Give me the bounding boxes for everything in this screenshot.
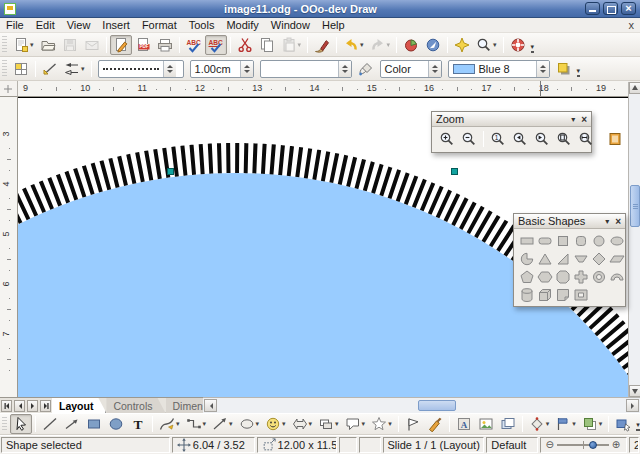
dropdown-arrow-icon[interactable]: ▾	[30, 41, 34, 49]
arrow-button[interactable]	[61, 414, 83, 434]
connector-button[interactable]: ▾	[183, 414, 210, 434]
next-page-button[interactable]	[27, 400, 38, 412]
regular-pentagon-shape-button[interactable]	[518, 268, 536, 286]
selection-handle[interactable]	[451, 168, 458, 175]
basic-shapes-tool-button[interactable]: ▾	[236, 414, 263, 434]
dropdown-arrow-icon[interactable]: ▾	[203, 420, 207, 428]
toolbar-overflow-icon[interactable]: ▾	[636, 421, 640, 431]
object-size-cell[interactable]: 12.00 x 11.50	[257, 437, 338, 453]
cylinder-shape-button[interactable]	[518, 286, 536, 304]
auto-spellcheck-button[interactable]: ABC	[205, 35, 227, 55]
selection-handle[interactable]	[167, 168, 174, 175]
object-zoom-button[interactable]	[604, 129, 626, 149]
palette-close-icon[interactable]: ×	[581, 114, 587, 125]
edit-file-button[interactable]	[110, 35, 132, 55]
help-button[interactable]	[507, 35, 529, 55]
toolbar-grip[interactable]	[2, 36, 7, 52]
entire-page-button[interactable]	[553, 129, 575, 149]
block-arc-shape-button[interactable]	[608, 268, 626, 286]
close-document-button[interactable]: x	[629, 19, 635, 31]
spinner[interactable]	[163, 61, 176, 77]
menu-tools[interactable]: Tools	[183, 19, 221, 31]
tab-layout[interactable]: Layout	[52, 398, 106, 413]
zoom-slider[interactable]: ⊖ ⊕	[540, 437, 627, 453]
paste-button[interactable]: ▾	[278, 35, 305, 55]
vertical-ruler[interactable]: 34567	[0, 97, 18, 397]
menu-view[interactable]: View	[61, 19, 97, 31]
scroll-right-icon[interactable]	[626, 399, 639, 412]
palette-dropdown-icon[interactable]: ▾	[571, 115, 575, 124]
zoom-button[interactable]: ▾	[473, 35, 500, 55]
ellipse-tool-button[interactable]	[105, 414, 127, 434]
scroll-up-icon[interactable]	[629, 82, 640, 94]
menu-modify[interactable]: Modify	[220, 19, 264, 31]
zoom-percentage[interactable]: 216%	[629, 437, 639, 453]
right-triangle-shape-button[interactable]	[554, 250, 572, 268]
interaction-button[interactable]	[612, 414, 634, 434]
dropdown-arrow-icon[interactable]: ▾	[176, 420, 180, 428]
toolbar-overflow-icon[interactable]: ▾	[577, 67, 581, 77]
rectangle-tool-button[interactable]	[83, 414, 105, 434]
area-style-combo[interactable]: Color	[380, 60, 442, 78]
menu-window[interactable]: Window	[265, 19, 316, 31]
horizontal-scroll-thumb[interactable]	[418, 400, 456, 411]
shadow-button[interactable]	[553, 59, 575, 79]
zoom-next-button[interactable]	[531, 129, 553, 149]
scroll-down-icon[interactable]	[629, 385, 640, 397]
maximize-button[interactable]	[603, 2, 618, 15]
ellipse-shape-button[interactable]	[608, 232, 626, 250]
close-button[interactable]	[621, 2, 636, 15]
line-style-combo[interactable]	[98, 60, 184, 78]
zoom-palette-titlebar[interactable]: Zoom ▾ ×	[432, 112, 591, 127]
minimize-button[interactable]	[585, 2, 600, 15]
parallelogram-shape-button[interactable]	[608, 250, 626, 268]
callouts-button[interactable]: ▾	[342, 414, 369, 434]
diamond-shape-button[interactable]	[590, 250, 608, 268]
print-button[interactable]	[154, 35, 176, 55]
spinner[interactable]	[536, 61, 549, 77]
cut-button[interactable]	[234, 35, 256, 55]
text-tool-button[interactable]: T	[127, 414, 149, 434]
line-width-field[interactable]: 1.00cm	[190, 60, 254, 78]
dropdown-arrow-icon[interactable]: ▾	[572, 420, 576, 428]
fill-color-combo[interactable]: Blue 8	[448, 60, 550, 78]
trapezoid-shape-button[interactable]	[572, 250, 590, 268]
flowchart-button[interactable]: ▾	[315, 414, 342, 434]
dropdown-arrow-icon[interactable]: ▾	[229, 420, 233, 428]
dropdown-arrow-icon[interactable]: ▾	[282, 420, 286, 428]
cross-shape-button[interactable]	[572, 268, 590, 286]
stars-button[interactable]: ▾	[368, 414, 395, 434]
isosceles-triangle-shape-button[interactable]	[536, 250, 554, 268]
vertical-scrollbar[interactable]	[628, 82, 640, 397]
shapes-palette-titlebar[interactable]: Basic Shapes ▾ ×	[514, 214, 625, 229]
dropdown-arrow-icon[interactable]: ▾	[298, 41, 302, 49]
square-rounded-shape-button[interactable]	[572, 232, 590, 250]
toolbar-overflow-icon[interactable]: ▾	[531, 43, 535, 53]
page-width-button[interactable]	[575, 129, 597, 149]
zoom-slider-thumb[interactable]	[589, 441, 597, 449]
save-button[interactable]	[59, 35, 81, 55]
basic-shapes-palette[interactable]: Basic Shapes ▾ ×	[513, 213, 626, 307]
spelling-button[interactable]: ABC	[183, 35, 205, 55]
zoom-in-button[interactable]	[436, 129, 458, 149]
square-shape-button[interactable]	[554, 232, 572, 250]
copy-button[interactable]	[256, 35, 278, 55]
title-bar[interactable]: image11.odg - OOo-dev Draw	[0, 0, 640, 18]
dropdown-arrow-icon[interactable]: ▾	[387, 41, 391, 49]
octagon-shape-button[interactable]	[554, 268, 572, 286]
menu-edit[interactable]: Edit	[30, 19, 61, 31]
frame-shape-button[interactable]	[572, 286, 590, 304]
zoom-in-slider-icon[interactable]: ⊕	[612, 440, 620, 450]
arrange-button[interactable]: ▾	[579, 414, 606, 434]
navigator-button[interactable]	[422, 35, 444, 55]
tab-controls[interactable]: Controls	[106, 398, 165, 413]
document-as-email-button[interactable]	[81, 35, 103, 55]
dropdown-arrow-icon[interactable]: ▾	[599, 420, 603, 428]
dropdown-arrow-icon[interactable]: ▾	[546, 420, 550, 428]
edit-points-button[interactable]	[402, 414, 424, 434]
open-button[interactable]	[37, 35, 59, 55]
ring-shape-button[interactable]	[590, 268, 608, 286]
lines-and-arrows-button[interactable]: ▾	[209, 414, 236, 434]
curve-button[interactable]: ▾	[156, 414, 183, 434]
cube-shape-button[interactable]	[536, 286, 554, 304]
